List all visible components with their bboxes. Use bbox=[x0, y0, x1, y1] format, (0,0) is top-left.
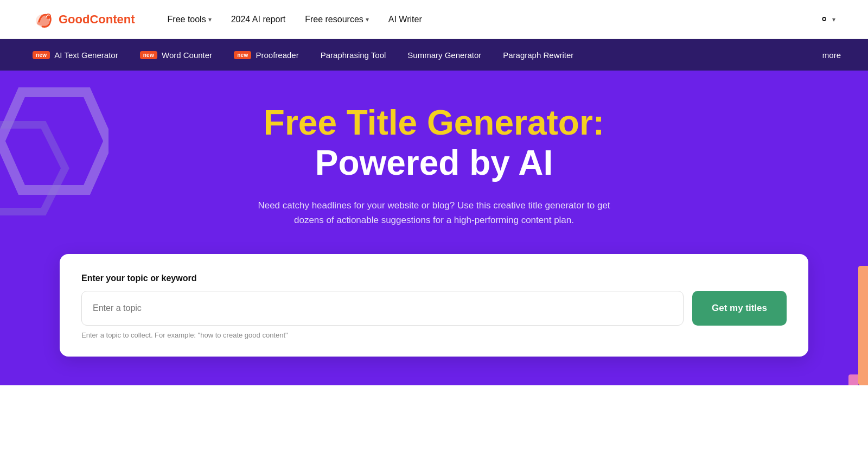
new-badge: new bbox=[33, 51, 50, 59]
subnav-word-counter[interactable]: new Word Counter bbox=[129, 39, 223, 71]
nav-free-resources[interactable]: Free resources ▾ bbox=[305, 15, 369, 24]
logo-icon bbox=[33, 9, 54, 30]
new-badge: new bbox=[234, 51, 251, 59]
get-titles-button[interactable]: Get my titles bbox=[692, 291, 787, 326]
hero-section: Free Title Generator: Powered by AI Need… bbox=[0, 71, 868, 385]
topic-input[interactable] bbox=[81, 291, 684, 326]
subnav-proofreader[interactable]: new Proofreader bbox=[223, 39, 310, 71]
input-row: Get my titles bbox=[81, 291, 787, 326]
subnav-paraphrasing-tool[interactable]: Paraphrasing Tool bbox=[310, 39, 397, 71]
chevron-down-icon: ▾ bbox=[832, 16, 835, 23]
chevron-down-icon: ▾ bbox=[366, 16, 369, 23]
nav-ai-writer[interactable]: AI Writer bbox=[388, 15, 422, 24]
pink-bar-decoration bbox=[848, 374, 858, 385]
hex-decoration bbox=[0, 81, 108, 233]
chevron-down-icon: ▾ bbox=[208, 16, 212, 23]
subnav-more[interactable]: more bbox=[817, 50, 846, 60]
subnav-summary-generator[interactable]: Summary Generator bbox=[397, 39, 492, 71]
user-icon: ⚬ bbox=[819, 12, 829, 27]
orange-bar-decoration bbox=[858, 266, 868, 385]
subnav-paragraph-rewriter[interactable]: Paragraph Rewriter bbox=[492, 39, 584, 71]
subnav-ai-text-generator[interactable]: new AI Text Generator bbox=[22, 39, 129, 71]
hero-title: Free Title Generator: Powered by AI bbox=[264, 103, 604, 183]
user-account-button[interactable]: ⚬ ▾ bbox=[819, 12, 835, 27]
input-label: Enter your topic or keyword bbox=[81, 274, 787, 283]
hero-subtitle: Need catchy headlines for your website o… bbox=[250, 198, 618, 227]
sub-navigation: new AI Text Generator new Word Counter n… bbox=[0, 39, 868, 71]
nav-items: Free tools ▾ 2024 AI report Free resourc… bbox=[168, 15, 819, 24]
logo-text: GoodContent bbox=[59, 12, 135, 27]
nav-free-tools[interactable]: Free tools ▾ bbox=[168, 15, 212, 24]
new-badge: new bbox=[140, 51, 157, 59]
logo[interactable]: GoodContent bbox=[33, 9, 135, 30]
tool-card: Enter your topic or keyword Get my title… bbox=[60, 254, 808, 357]
nav-ai-report[interactable]: 2024 AI report bbox=[231, 15, 286, 24]
top-navigation: GoodContent Free tools ▾ 2024 AI report … bbox=[0, 0, 868, 39]
input-hint: Enter a topic to collect. For example: "… bbox=[81, 331, 787, 339]
